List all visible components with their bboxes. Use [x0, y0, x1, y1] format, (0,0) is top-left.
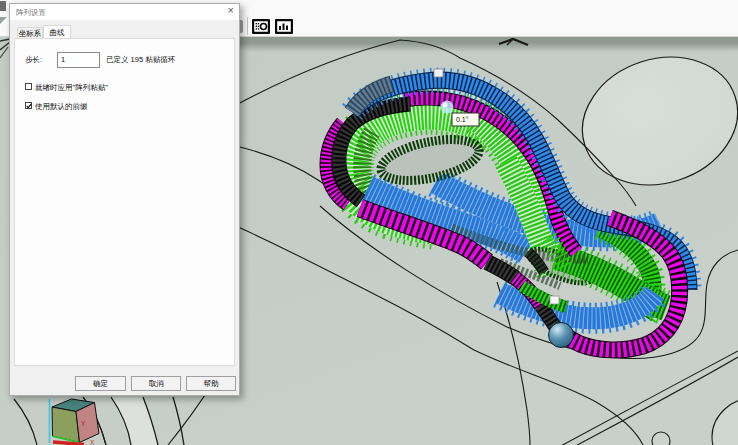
svg-text:0.1°: 0.1°	[456, 116, 469, 123]
svg-text:Y: Y	[81, 420, 86, 427]
svg-text:X: X	[90, 439, 95, 445]
